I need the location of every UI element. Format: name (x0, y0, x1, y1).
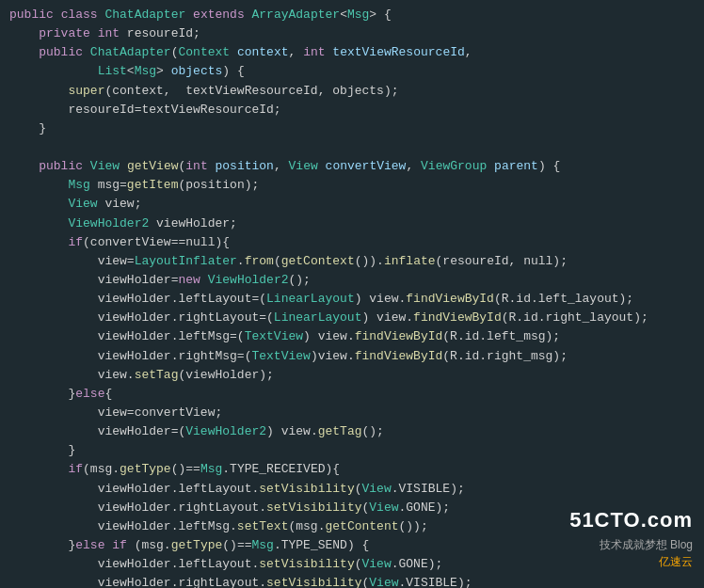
watermark: 51CTO.com 技术成就梦想 Blog 亿速云 (569, 504, 693, 571)
watermark-sub2: 亿速云 (569, 553, 693, 571)
watermark-site: 51CTO.com (569, 504, 693, 536)
code-block: public class ChatAdapter extends ArrayAd… (0, 0, 704, 588)
watermark-sub: 技术成就梦想 Blog (569, 536, 693, 554)
